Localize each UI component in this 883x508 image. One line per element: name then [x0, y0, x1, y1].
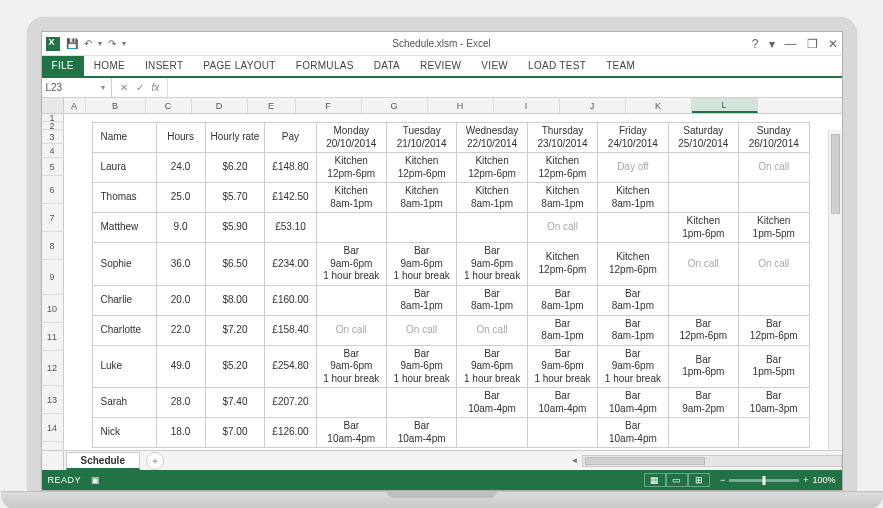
cell-name[interactable]: Nick: [92, 418, 156, 448]
cell-day-0[interactable]: Bar9am-6pm1 hour break: [316, 345, 386, 388]
cell-name[interactable]: Luke: [92, 345, 156, 388]
cell-rate[interactable]: $5.70: [205, 183, 265, 213]
vertical-scrollbar-thumb[interactable]: [831, 134, 840, 214]
cell-day-3[interactable]: Bar9am-6pm1 hour break: [527, 345, 597, 388]
cell-day-5[interactable]: [668, 285, 738, 315]
cell-day-1[interactable]: [386, 213, 456, 243]
save-icon[interactable]: 💾: [66, 38, 78, 49]
row-header-7[interactable]: 7: [42, 204, 63, 232]
cell-hours[interactable]: 28.0: [156, 388, 205, 418]
col-header-B[interactable]: B: [86, 98, 146, 113]
cell-day-6[interactable]: Bar10am-3pm: [738, 388, 809, 418]
row-header-5[interactable]: 5: [42, 158, 63, 176]
cell-day-3[interactable]: Kitchen12pm-6pm: [527, 153, 597, 183]
cell-rate[interactable]: $6.20: [205, 153, 265, 183]
cell-day-5[interactable]: Kitchen1pm-6pm: [668, 213, 738, 243]
cell-day-2[interactable]: Kitchen12pm-6pm: [457, 153, 527, 183]
cell-day-6[interactable]: Bar1pm-5pm: [738, 345, 809, 388]
cell-day-0[interactable]: [316, 388, 386, 418]
enter-icon[interactable]: ✓: [136, 82, 144, 93]
cell-day-3[interactable]: On call: [527, 213, 597, 243]
zoom-level[interactable]: 100%: [812, 475, 835, 485]
cell-day-5[interactable]: [668, 183, 738, 213]
cell-day-1[interactable]: Bar9am-6pm1 hour break: [386, 345, 456, 388]
cell-day-0[interactable]: Bar10am-4pm: [316, 418, 386, 448]
sheet-nav-buttons[interactable]: [42, 451, 64, 470]
cell-rate[interactable]: $8.00: [205, 285, 265, 315]
undo-icon[interactable]: ↶: [84, 38, 92, 49]
tab-file[interactable]: FILE: [42, 56, 84, 76]
cell-day-4[interactable]: Kitchen8am-1pm: [598, 183, 668, 213]
horizontal-scrollbar[interactable]: ◄ ►: [582, 455, 842, 467]
cell-day-5[interactable]: Bar1pm-6pm: [668, 345, 738, 388]
vertical-scrollbar[interactable]: [828, 130, 842, 450]
tab-team[interactable]: TEAM: [596, 56, 645, 76]
zoom-slider[interactable]: [729, 479, 799, 482]
cell-pay[interactable]: £160.00: [265, 285, 316, 315]
cell-day-3[interactable]: Bar8am-1pm: [527, 315, 597, 345]
hscroll-left-icon[interactable]: ◄: [569, 456, 581, 465]
col-header-G[interactable]: G: [362, 98, 428, 113]
cell-day-4[interactable]: Kitchen12pm-6pm: [598, 243, 668, 286]
row-header-14[interactable]: 14: [42, 414, 63, 442]
cell-day-4[interactable]: Day off: [598, 153, 668, 183]
row-header-10[interactable]: 10: [42, 295, 63, 323]
cell-day-6[interactable]: [738, 418, 809, 448]
undo-dropdown-icon[interactable]: ▾: [98, 39, 102, 48]
cell-day-0[interactable]: Bar9am-6pm1 hour break: [316, 243, 386, 286]
cell-day-5[interactable]: Bar9am-2pm: [668, 388, 738, 418]
cell-hours[interactable]: 49.0: [156, 345, 205, 388]
cell-day-2[interactable]: On call: [457, 315, 527, 345]
tab-load-test[interactable]: LOAD TEST: [518, 56, 596, 76]
cell-pay[interactable]: £53.10: [265, 213, 316, 243]
cell-name[interactable]: Charlie: [92, 285, 156, 315]
cell-day-6[interactable]: On call: [738, 243, 809, 286]
cell-hours[interactable]: 36.0: [156, 243, 205, 286]
cell-rate[interactable]: $7.40: [205, 388, 265, 418]
cell-day-2[interactable]: [457, 418, 527, 448]
cell-rate[interactable]: $6.50: [205, 243, 265, 286]
cell-day-4[interactable]: Bar10am-4pm: [598, 418, 668, 448]
cell-hours[interactable]: 9.0: [156, 213, 205, 243]
cell-day-2[interactable]: Bar8am-1pm: [457, 285, 527, 315]
cell-day-2[interactable]: Bar9am-6pm1 hour break: [457, 243, 527, 286]
col-header-D[interactable]: D: [192, 98, 248, 113]
cell-day-0[interactable]: On call: [316, 315, 386, 345]
cell-day-5[interactable]: On call: [668, 243, 738, 286]
row-header-12[interactable]: 12: [42, 351, 63, 386]
col-header-H[interactable]: H: [428, 98, 494, 113]
cell-day-3[interactable]: Bar10am-4pm: [527, 388, 597, 418]
tab-page-layout[interactable]: PAGE LAYOUT: [193, 56, 285, 76]
cell-pay[interactable]: £207.20: [265, 388, 316, 418]
cell-rate[interactable]: $5.20: [205, 345, 265, 388]
cell-name[interactable]: Sophie: [92, 243, 156, 286]
minimize-button[interactable]: —: [785, 37, 797, 51]
cell-day-6[interactable]: On call: [738, 153, 809, 183]
cell-day-4[interactable]: Bar10am-4pm: [598, 388, 668, 418]
restore-button[interactable]: ❐: [807, 37, 818, 51]
col-header-E[interactable]: E: [248, 98, 296, 113]
cell-rate[interactable]: $7.20: [205, 315, 265, 345]
cell-hours[interactable]: 22.0: [156, 315, 205, 345]
cell-day-6[interactable]: Kitchen1pm-5pm: [738, 213, 809, 243]
col-header-I[interactable]: I: [494, 98, 560, 113]
cell-day-1[interactable]: Kitchen8am-1pm: [386, 183, 456, 213]
cell-day-3[interactable]: Kitchen12pm-6pm: [527, 243, 597, 286]
sheet-canvas[interactable]: Name Hours Hourly rate Pay Monday20/10/2…: [64, 114, 842, 450]
cell-rate[interactable]: $5.90: [205, 213, 265, 243]
cell-rate[interactable]: $7.00: [205, 418, 265, 448]
cell-pay[interactable]: £254.80: [265, 345, 316, 388]
zoom-in-icon[interactable]: +: [803, 475, 808, 485]
tab-data[interactable]: DATA: [364, 56, 410, 76]
cell-day-5[interactable]: [668, 418, 738, 448]
qat-customize-icon[interactable]: ▾: [122, 39, 126, 48]
tab-view[interactable]: VIEW: [471, 56, 518, 76]
normal-view-button[interactable]: ▦: [644, 473, 666, 487]
cell-pay[interactable]: £234.00: [265, 243, 316, 286]
cell-pay[interactable]: £126.00: [265, 418, 316, 448]
cell-pay[interactable]: £158.40: [265, 315, 316, 345]
sheet-tab-schedule[interactable]: Schedule: [66, 452, 140, 470]
cell-day-6[interactable]: Bar12pm-6pm: [738, 315, 809, 345]
cell-day-0[interactable]: Kitchen8am-1pm: [316, 183, 386, 213]
cell-hours[interactable]: 20.0: [156, 285, 205, 315]
